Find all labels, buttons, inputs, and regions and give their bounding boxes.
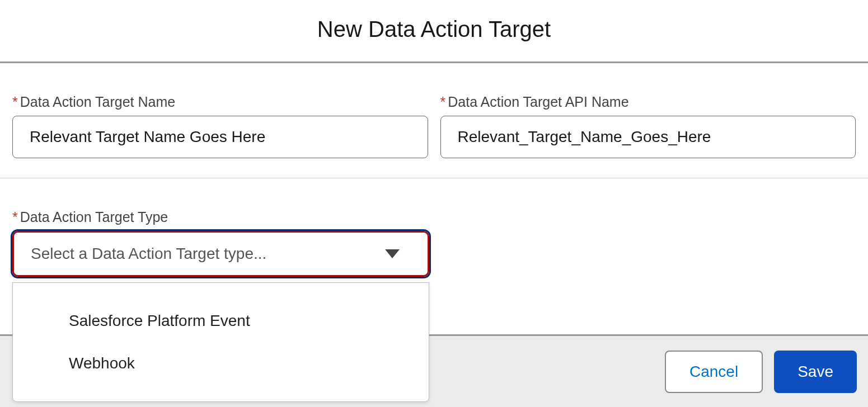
label-api-name: *Data Action Target API Name	[440, 94, 856, 110]
field-target-name: *Data Action Target Name	[12, 94, 428, 158]
dialog-title: New Data Action Target	[0, 17, 868, 42]
label-target-type: *Data Action Target Type	[12, 209, 429, 225]
label-target-name-text: Data Action Target Name	[20, 94, 175, 110]
save-button[interactable]: Save	[774, 351, 857, 393]
label-api-name-text: Data Action Target API Name	[448, 94, 628, 110]
select-target-type[interactable]: Select a Data Action Target type...	[12, 231, 429, 277]
dropdown-target-type: Salesforce Platform Event Webhook	[12, 282, 429, 402]
label-target-type-text: Data Action Target Type	[20, 209, 168, 225]
dialog-header: New Data Action Target	[0, 0, 868, 63]
option-salesforce-platform-event[interactable]: Salesforce Platform Event	[13, 300, 429, 342]
select-placeholder: Select a Data Action Target type...	[31, 245, 266, 263]
field-target-type: *Data Action Target Type Select a Data A…	[12, 209, 429, 277]
cancel-button[interactable]: Cancel	[665, 351, 763, 393]
chevron-down-icon	[385, 249, 400, 258]
required-asterisk: *	[440, 94, 446, 110]
input-api-name[interactable]	[440, 116, 856, 158]
section-names: *Data Action Target Name *Data Action Ta…	[0, 63, 868, 178]
required-asterisk: *	[12, 209, 18, 225]
label-target-name: *Data Action Target Name	[12, 94, 428, 110]
field-api-name: *Data Action Target API Name	[440, 94, 856, 158]
input-target-name[interactable]	[12, 116, 428, 158]
option-webhook[interactable]: Webhook	[13, 342, 429, 385]
required-asterisk: *	[12, 94, 18, 110]
section-type: *Data Action Target Type Select a Data A…	[0, 178, 868, 296]
